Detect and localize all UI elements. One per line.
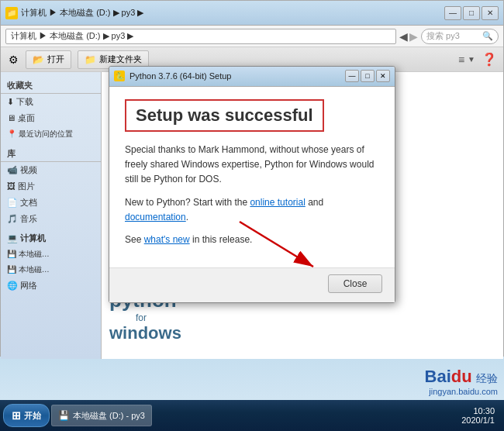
dialog-close-button[interactable]: ✕ bbox=[376, 70, 390, 82]
dialog-body3-suffix: in this release. bbox=[190, 234, 253, 245]
dialog-body2-mid: and bbox=[306, 197, 323, 208]
dialog-python-icon: 🐍 bbox=[114, 71, 125, 81]
dialog-body-2: New to Python? Start with the online tut… bbox=[125, 195, 379, 225]
dialog-body2-suffix: . bbox=[186, 212, 188, 222]
taskbar-clock: 10:30 2020/1/1 bbox=[455, 406, 501, 425]
dialog-maximize-button[interactable]: □ bbox=[361, 70, 375, 82]
dialog-body-1: Special thanks to Mark Hammond, without … bbox=[125, 143, 379, 188]
online-tutorial-link[interactable]: online tutorial bbox=[250, 197, 305, 208]
dialog-footer: Close bbox=[109, 267, 395, 302]
taskbar-item-icon: 💾 bbox=[58, 410, 70, 421]
clock-date: 2020/1/1 bbox=[461, 415, 495, 425]
start-label: 开始 bbox=[24, 410, 41, 422]
whats-new-link[interactable]: what's new bbox=[144, 234, 190, 245]
dialog-minimize-button[interactable]: — bbox=[345, 70, 359, 82]
dialog-title: Python 3.7.6 (64-bit) Setup bbox=[129, 71, 345, 81]
taskbar-item-explorer[interactable]: 💾 本地磁盘 (D:) - py3 bbox=[51, 405, 152, 426]
documentation-link[interactable]: documentation bbox=[125, 212, 186, 222]
dialog-content: Setup was successful Special thanks to M… bbox=[109, 87, 395, 267]
dialog-body3-prefix: See bbox=[125, 234, 144, 245]
dialog-overlay: 🐍 Python 3.7.6 (64-bit) Setup — □ ✕ Setu… bbox=[0, 0, 504, 400]
clock-time: 10:30 bbox=[461, 406, 495, 415]
taskbar-item-label: 本地磁盘 (D:) - py3 bbox=[73, 410, 145, 422]
dialog-titlebar: 🐍 Python 3.7.6 (64-bit) Setup — □ ✕ bbox=[109, 67, 395, 87]
setup-success-title: Setup was successful bbox=[125, 99, 324, 132]
dialog-body2-prefix: New to Python? Start with the bbox=[125, 197, 250, 208]
close-button[interactable]: Close bbox=[328, 274, 382, 293]
windows-logo-icon: ⊞ bbox=[12, 409, 21, 422]
dialog-window-controls: — □ ✕ bbox=[345, 70, 390, 82]
dialog-body-3: See what's new in this release. bbox=[125, 233, 379, 247]
taskbar: ⊞ 开始 💾 本地磁盘 (D:) - py3 10:30 2020/1/1 bbox=[0, 400, 504, 431]
setup-dialog: 🐍 Python 3.7.6 (64-bit) Setup — □ ✕ Setu… bbox=[109, 66, 395, 303]
start-button[interactable]: ⊞ 开始 bbox=[3, 404, 50, 427]
